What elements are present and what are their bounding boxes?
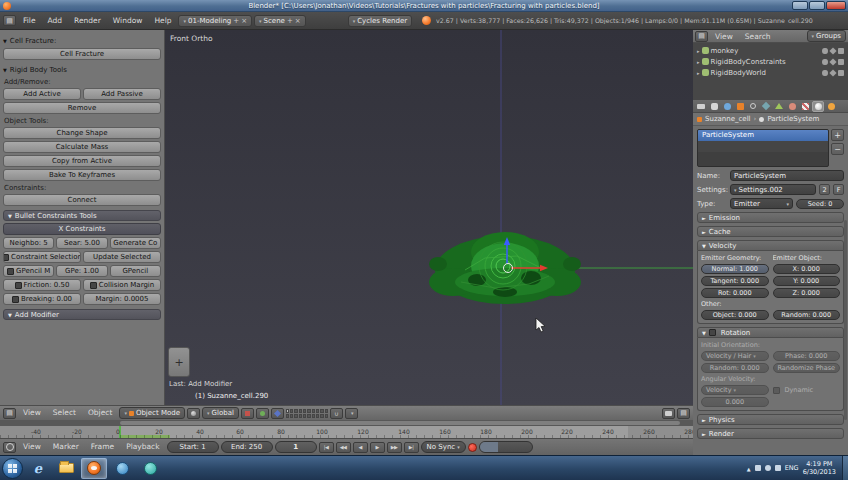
outliner-item-rigidbodyconstraints[interactable]: RigidBodyConstraints bbox=[695, 56, 846, 67]
users-count-button[interactable]: 2 bbox=[819, 184, 830, 195]
particles-tab[interactable] bbox=[812, 101, 824, 112]
editor-type-icon[interactable] bbox=[3, 408, 16, 419]
taskbar-explorer[interactable] bbox=[53, 458, 79, 479]
breadcrumb-object[interactable]: Suzanne_cell bbox=[705, 115, 751, 123]
z-stepper[interactable]: Z: 0.000 bbox=[773, 288, 841, 298]
editor-type-icon[interactable] bbox=[695, 31, 708, 42]
timeline-editor-icon[interactable] bbox=[3, 442, 16, 453]
scene-selector[interactable]: Scene bbox=[254, 15, 306, 27]
add-layout-icon[interactable] bbox=[233, 17, 239, 25]
render-opengl-anim-button[interactable] bbox=[677, 408, 690, 419]
operator-panel-collapsed[interactable] bbox=[168, 347, 190, 377]
rotation-enable-checkbox[interactable] bbox=[709, 329, 716, 336]
panel-header-emission[interactable]: Emission bbox=[697, 212, 844, 223]
title-bar[interactable]: Blender* [C:\Users\Jonathan\Videos\Tutor… bbox=[0, 0, 848, 12]
minimize-button[interactable] bbox=[792, 1, 808, 10]
manipulator-translate-button[interactable] bbox=[241, 408, 254, 419]
breadcrumb-particles[interactable]: ParticleSystem bbox=[767, 115, 819, 123]
panel-header-add-modifier[interactable]: Add Modifier bbox=[3, 309, 161, 320]
panel-header-bullet-constraints[interactable]: Bullet Constraints Tools bbox=[3, 210, 161, 221]
randomize-phase-slider[interactable]: Randomize Phase bbox=[773, 363, 841, 373]
object-data-tab[interactable] bbox=[773, 101, 785, 112]
eye-icon[interactable] bbox=[822, 70, 828, 76]
margin-field[interactable]: Margin: 0.0005 bbox=[83, 293, 161, 305]
timeline-menu-marker[interactable]: Marker bbox=[48, 438, 84, 456]
angular-mode-dropdown[interactable]: Velocity bbox=[701, 385, 769, 395]
render-icon[interactable] bbox=[838, 48, 844, 54]
panel-header-cache[interactable]: Cache bbox=[697, 226, 844, 237]
gpencil-mode-checkbox[interactable]: GPencil M bbox=[3, 265, 54, 277]
modifiers-tab[interactable] bbox=[760, 101, 772, 112]
bake-to-keyframes-button[interactable]: Bake To Keyframes bbox=[3, 169, 161, 181]
cell-fracture-button[interactable]: Cell Fracture bbox=[3, 48, 161, 60]
outliner-item-monkey[interactable]: monkey bbox=[695, 45, 846, 56]
properties-scrollbar[interactable] bbox=[844, 220, 847, 420]
tray-network-icon[interactable] bbox=[755, 465, 761, 471]
panel-header-rigid-body-tools[interactable]: Rigid Body Tools bbox=[3, 64, 161, 75]
tray-volume-icon[interactable] bbox=[765, 465, 771, 471]
menu-help[interactable]: Help bbox=[149, 12, 176, 30]
dynamic-checkbox[interactable]: Dynamic bbox=[773, 385, 841, 395]
render-engine-selector[interactable]: Cycles Render bbox=[348, 15, 412, 27]
tangent-slider[interactable]: Tangent: 0.000 bbox=[701, 276, 769, 286]
outliner-item-rigidbodyworld[interactable]: RigidBodyWorld bbox=[695, 67, 846, 78]
browse-settings-icon[interactable] bbox=[734, 186, 737, 194]
play-button[interactable] bbox=[370, 442, 385, 453]
physics-tab[interactable] bbox=[825, 101, 837, 112]
play-reverse-button[interactable] bbox=[353, 442, 368, 453]
object-tab[interactable] bbox=[734, 101, 746, 112]
outliner-menu-search[interactable]: Search bbox=[740, 30, 776, 43]
change-shape-button[interactable]: Change Shape bbox=[3, 127, 161, 139]
settings-field[interactable]: Settings.002 bbox=[730, 184, 816, 195]
editor-type-icon[interactable] bbox=[3, 15, 16, 26]
breaking-field[interactable]: Breaking: 0.00 bbox=[3, 293, 81, 305]
panel-header-render[interactable]: Render bbox=[697, 428, 844, 439]
menu-file[interactable]: File bbox=[18, 12, 41, 30]
gpencil-distance-field[interactable]: GPe: 1.00 bbox=[56, 265, 107, 277]
close-layout-icon[interactable] bbox=[241, 17, 247, 25]
render-tab[interactable] bbox=[695, 101, 707, 112]
remove-particle-system-button[interactable] bbox=[831, 143, 844, 155]
manipulator-scale-button[interactable] bbox=[271, 408, 284, 419]
panel-header-velocity[interactable]: Velocity bbox=[697, 240, 844, 251]
material-tab[interactable] bbox=[786, 101, 798, 112]
expand-icon[interactable] bbox=[697, 58, 700, 66]
copy-from-active-button[interactable]: Copy from Active bbox=[3, 155, 161, 167]
menu-window[interactable]: Window bbox=[108, 12, 148, 30]
eye-icon[interactable] bbox=[822, 48, 828, 54]
type-dropdown[interactable]: Emitter bbox=[730, 198, 793, 209]
y-stepper[interactable]: Y: 0.000 bbox=[773, 276, 841, 286]
close-button[interactable] bbox=[826, 1, 846, 10]
render-icon[interactable] bbox=[838, 70, 844, 76]
list-empty-row[interactable] bbox=[698, 152, 828, 163]
add-particle-system-button[interactable] bbox=[831, 129, 844, 141]
angular-velocity-value[interactable]: 0.000 bbox=[701, 397, 769, 407]
render-opengl-button[interactable] bbox=[662, 408, 675, 419]
panel-header-rotation[interactable]: Rotation bbox=[697, 327, 844, 338]
taskbar-ie[interactable]: e bbox=[25, 458, 51, 479]
expand-icon[interactable] bbox=[697, 47, 700, 55]
world-tab[interactable] bbox=[721, 101, 733, 112]
name-field[interactable]: ParticleSystem bbox=[730, 170, 844, 181]
particle-systems-list[interactable]: ParticleSystem bbox=[697, 129, 829, 167]
rot-slider[interactable]: Rot: 0.000 bbox=[701, 288, 769, 298]
viewport-canvas[interactable] bbox=[165, 30, 693, 405]
jump-to-end-button[interactable] bbox=[404, 442, 419, 453]
show-desktop-button[interactable] bbox=[842, 456, 848, 480]
start-button[interactable] bbox=[2, 458, 23, 479]
next-keyframe-button[interactable] bbox=[387, 442, 402, 453]
selectable-icon[interactable] bbox=[829, 58, 836, 65]
current-frame-field[interactable]: 1 bbox=[275, 441, 317, 453]
mode-dropdown[interactable]: Object Mode bbox=[119, 407, 185, 419]
menu-render[interactable]: Render bbox=[69, 12, 106, 30]
close-scene-icon[interactable] bbox=[295, 17, 301, 25]
maximize-button[interactable] bbox=[809, 1, 825, 10]
outliner-display-dropdown[interactable]: Groups bbox=[807, 30, 846, 42]
menu-add[interactable]: Add bbox=[43, 12, 68, 30]
taskbar-chat[interactable] bbox=[137, 458, 163, 479]
add-passive-button[interactable]: Add Passive bbox=[83, 88, 161, 100]
add-scene-icon[interactable] bbox=[287, 17, 293, 25]
generate-constraints-button[interactable]: Generate Co bbox=[110, 237, 161, 249]
list-empty-row[interactable] bbox=[698, 141, 828, 152]
timeline-menu-view[interactable]: View bbox=[18, 438, 46, 456]
